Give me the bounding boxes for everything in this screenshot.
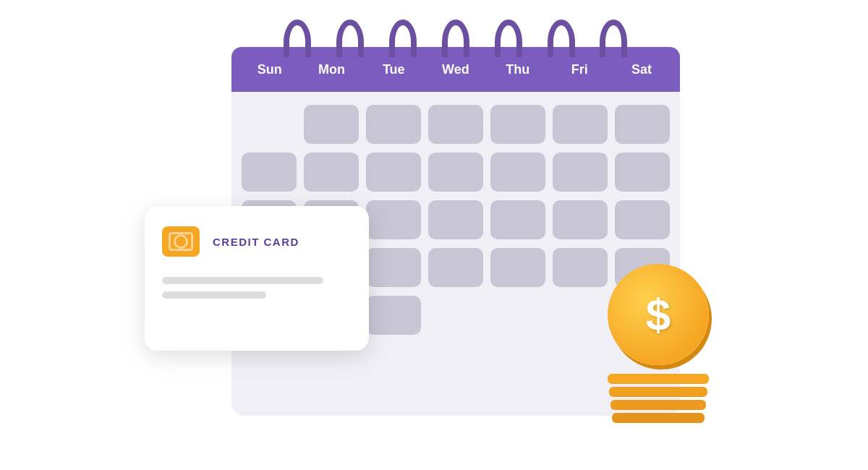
day-tue: Tue	[365, 62, 422, 77]
ring-1	[284, 20, 311, 57]
day-wed: Wed	[427, 62, 485, 77]
table-row	[553, 105, 608, 144]
ring-7	[600, 20, 627, 57]
dollar-sign-icon: $	[646, 292, 671, 337]
table-row	[428, 153, 483, 192]
table-row	[490, 105, 545, 144]
cell-empty-1	[242, 105, 297, 144]
ring-6	[548, 20, 575, 57]
table-row	[490, 200, 545, 239]
day-sun: Sun	[241, 62, 299, 77]
table-row	[428, 200, 483, 239]
table-row	[366, 200, 421, 239]
card-title: CREDIT CARD	[213, 236, 299, 248]
table-row	[428, 105, 483, 144]
ring-3	[389, 20, 417, 57]
coin-big: $	[608, 264, 709, 365]
cell-empty-3	[490, 296, 545, 335]
card-chip-icon	[162, 226, 200, 257]
calendar-rings	[231, 20, 680, 57]
day-mon: Mon	[303, 62, 361, 77]
card-lines	[162, 277, 352, 299]
table-row	[366, 248, 421, 287]
table-row	[553, 248, 608, 287]
ring-5	[495, 20, 522, 57]
main-scene: Sun Mon Tue Wed Thu Fri Sat	[145, 33, 723, 437]
card-top: CREDIT CARD	[162, 226, 352, 257]
table-row	[490, 153, 545, 192]
ring-4	[442, 20, 469, 57]
day-sat: Sat	[613, 62, 671, 77]
table-row	[428, 248, 483, 287]
cell-empty-4	[553, 296, 608, 335]
cell-empty-2	[428, 296, 483, 335]
ring-2	[336, 20, 364, 57]
table-row	[366, 296, 421, 335]
credit-card: CREDIT CARD	[145, 206, 369, 351]
table-row	[615, 200, 670, 239]
day-thu: Thu	[489, 62, 547, 77]
coin-stack: $	[600, 264, 716, 423]
table-row	[553, 200, 608, 239]
table-row	[304, 153, 359, 192]
coin-layer-4	[612, 413, 705, 423]
table-row	[366, 105, 421, 144]
card-line-2	[162, 291, 266, 299]
table-row	[304, 105, 359, 144]
table-row	[615, 105, 670, 144]
table-row	[615, 153, 670, 192]
coin-layer-1	[608, 374, 709, 384]
table-row	[242, 153, 297, 192]
table-row	[553, 153, 608, 192]
table-row	[490, 248, 545, 287]
table-row	[366, 153, 421, 192]
coin-layers	[600, 374, 716, 423]
day-fri: Fri	[550, 62, 608, 77]
coin-layer-3	[610, 400, 706, 410]
card-line-1	[162, 277, 323, 284]
coin-layer-2	[609, 387, 707, 397]
card-chip-detail	[169, 232, 193, 251]
